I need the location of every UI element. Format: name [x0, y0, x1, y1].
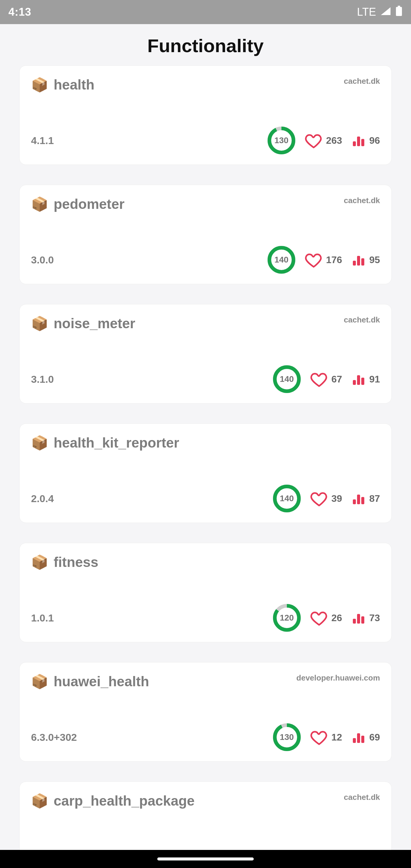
package-name: fitness — [54, 554, 98, 570]
svg-rect-21 — [361, 497, 364, 504]
popularity-value: 95 — [369, 254, 380, 266]
package-version: 3.0.0 — [31, 254, 54, 266]
system-nav-bar[interactable] — [0, 850, 411, 868]
package-icon: 📦 — [31, 794, 48, 808]
battery-icon — [395, 6, 403, 19]
svg-rect-5 — [357, 136, 360, 146]
popularity-stat: 91 — [351, 372, 380, 387]
svg-rect-25 — [357, 614, 360, 624]
svg-rect-26 — [361, 616, 364, 624]
score-ring: 130 — [273, 723, 301, 751]
package-title: 📦 pedometer — [31, 196, 124, 212]
score-ring: 140 — [267, 246, 295, 274]
svg-rect-6 — [361, 139, 364, 146]
package-card[interactable]: 📦 huawei_healthdeveloper.huawei.com6.3.0… — [19, 662, 392, 762]
popularity-value: 69 — [369, 732, 380, 743]
heart-icon — [310, 489, 328, 508]
svg-rect-16 — [361, 378, 364, 385]
package-list: 📦 healthcachet.dk4.1.1 130 263 96 📦 pedo… — [0, 65, 411, 868]
popularity-stat: 69 — [351, 730, 380, 745]
nav-handle[interactable] — [157, 858, 254, 861]
likes-value: 67 — [331, 374, 342, 385]
package-version: 3.1.0 — [31, 373, 54, 385]
package-version: 4.1.1 — [31, 135, 54, 147]
bars-icon — [351, 252, 366, 267]
score-value: 140 — [275, 255, 289, 265]
heart-icon — [310, 609, 328, 627]
heart-icon — [310, 728, 328, 747]
popularity-value: 91 — [369, 374, 380, 385]
package-stats: 130 12 69 — [273, 723, 380, 751]
svg-rect-11 — [361, 258, 364, 266]
package-card[interactable]: 📦 pedometercachet.dk3.0.0 140 176 95 — [19, 185, 392, 284]
score-ring: 120 — [273, 604, 301, 632]
package-publisher[interactable]: cachet.dk — [344, 76, 380, 86]
popularity-value: 87 — [369, 493, 380, 504]
package-stats: 140 176 95 — [267, 246, 380, 274]
package-version: 6.3.0+302 — [31, 732, 77, 743]
package-title: 📦 huawei_health — [31, 673, 149, 689]
score-ring: 140 — [273, 485, 301, 513]
svg-rect-4 — [353, 141, 356, 146]
bars-icon — [351, 730, 366, 745]
svg-rect-19 — [353, 499, 356, 504]
popularity-value: 73 — [369, 613, 380, 624]
heart-icon — [304, 131, 323, 150]
score-value: 130 — [275, 135, 289, 145]
package-card[interactable]: 📦 healthcachet.dk4.1.1 130 263 96 — [19, 65, 392, 165]
svg-rect-10 — [357, 256, 360, 266]
likes-stat: 263 — [304, 131, 342, 150]
score-ring: 130 — [267, 127, 295, 154]
package-version: 2.0.4 — [31, 493, 54, 504]
svg-rect-15 — [357, 375, 360, 385]
bars-icon — [351, 372, 366, 387]
page-title: Functionality — [0, 35, 411, 56]
status-network-label: LTE — [357, 6, 376, 19]
package-name: noise_meter — [54, 315, 135, 332]
likes-value: 39 — [331, 493, 342, 504]
package-icon: 📦 — [31, 675, 48, 688]
package-card[interactable]: 📦 fitness1.0.1 120 26 73 — [19, 543, 392, 642]
package-stats: 140 67 91 — [273, 365, 380, 393]
package-publisher[interactable]: cachet.dk — [344, 196, 380, 205]
svg-rect-0 — [398, 6, 400, 7]
status-time: 4:13 — [8, 6, 31, 19]
svg-rect-9 — [353, 261, 356, 266]
bars-icon — [351, 491, 366, 506]
status-bar: 4:13 LTE — [0, 0, 411, 24]
svg-rect-1 — [396, 7, 402, 16]
likes-value: 263 — [326, 135, 342, 146]
score-value: 140 — [280, 374, 294, 384]
bars-icon — [351, 133, 366, 148]
package-stats: 140 39 87 — [273, 485, 380, 513]
package-name: pedometer — [54, 196, 124, 212]
package-version: 1.0.1 — [31, 612, 54, 624]
likes-stat: 67 — [310, 370, 342, 389]
likes-stat: 39 — [310, 489, 342, 508]
package-name: health_kit_reporter — [54, 435, 179, 451]
svg-rect-30 — [357, 733, 360, 743]
package-title: 📦 fitness — [31, 554, 98, 570]
package-card[interactable]: 📦 noise_metercachet.dk3.1.0 140 67 91 — [19, 304, 392, 404]
score-value: 130 — [280, 733, 294, 742]
package-publisher[interactable]: cachet.dk — [344, 793, 380, 802]
popularity-stat: 73 — [351, 610, 380, 625]
package-name: huawei_health — [54, 673, 149, 689]
package-title: 📦 noise_meter — [31, 315, 135, 332]
package-title: 📦 health_kit_reporter — [31, 435, 179, 451]
likes-stat: 26 — [310, 609, 342, 627]
svg-rect-20 — [357, 495, 360, 504]
package-card[interactable]: 📦 health_kit_reporter2.0.4 140 39 87 — [19, 424, 392, 523]
package-publisher[interactable]: developer.huawei.com — [296, 673, 380, 683]
likes-stat: 176 — [304, 250, 342, 269]
package-stats: 120 26 73 — [273, 604, 380, 632]
package-publisher[interactable]: cachet.dk — [344, 315, 380, 324]
package-stats: 130 263 96 — [267, 127, 380, 154]
score-ring: 140 — [273, 365, 301, 393]
likes-value: 26 — [331, 613, 342, 624]
heart-icon — [304, 250, 323, 269]
likes-value: 176 — [326, 254, 342, 266]
package-icon: 📦 — [31, 555, 48, 569]
package-name: carp_health_package — [54, 793, 195, 809]
score-value: 140 — [280, 494, 294, 503]
